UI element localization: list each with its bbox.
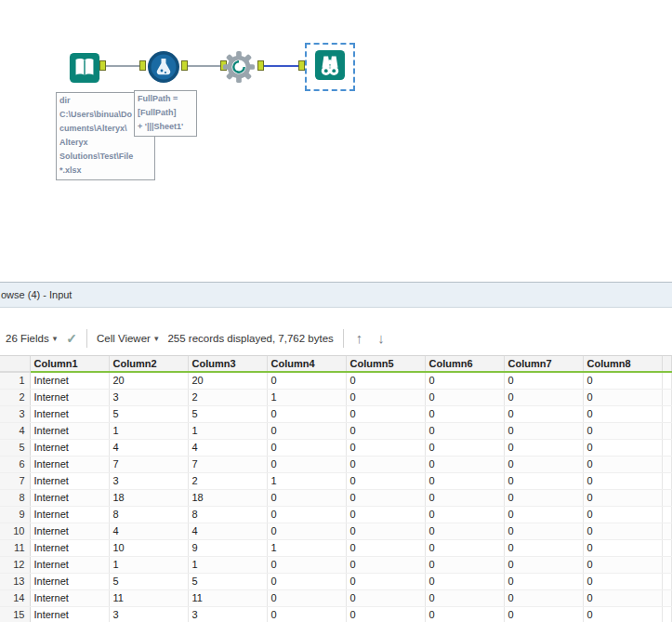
table-cell[interactable]: 0 [267, 573, 346, 589]
table-cell[interactable]: 11 [109, 589, 188, 606]
table-cell[interactable]: 0 [504, 523, 583, 539]
table-cell[interactable]: 0 [583, 389, 662, 405]
table-cell[interactable]: Internet [30, 606, 109, 622]
table-cell[interactable]: Internet [30, 405, 109, 422]
row-number[interactable]: 11 [0, 539, 30, 556]
table-cell[interactable]: 0 [425, 405, 504, 422]
table-cell[interactable]: 0 [504, 422, 583, 439]
row-number[interactable]: 7 [0, 472, 30, 489]
table-cell[interactable]: 7 [109, 456, 188, 472]
table-row[interactable]: 12Internet1100000 [0, 556, 672, 573]
formula-annotation[interactable]: FullPath = [FullPath] + '|||Sheet1' [134, 90, 197, 137]
table-cell[interactable]: 0 [583, 372, 662, 389]
table-cell[interactable]: 11 [188, 589, 267, 606]
table-cell[interactable]: 0 [583, 489, 662, 506]
table-cell[interactable]: 2 [188, 389, 267, 405]
table-row[interactable]: 11Internet10910000 [0, 539, 672, 556]
table-cell[interactable]: Internet [30, 422, 109, 439]
table-cell[interactable]: 0 [583, 405, 662, 422]
dynamic-input-output-anchor[interactable] [257, 60, 264, 71]
column-header[interactable]: Column2 [109, 356, 188, 372]
scroll-down-arrow-icon[interactable]: ↓ [375, 330, 388, 346]
table-cell[interactable]: 0 [346, 405, 425, 422]
table-cell[interactable]: 0 [583, 472, 662, 489]
column-header-partial[interactable] [662, 356, 672, 372]
table-cell[interactable]: 0 [504, 456, 583, 472]
table-cell[interactable]: Internet [30, 573, 109, 589]
table-row[interactable]: 8Internet181800000 [0, 489, 672, 506]
table-row[interactable]: 7Internet3210000 [0, 472, 672, 489]
directory-tool[interactable] [69, 52, 100, 87]
table-cell[interactable]: Internet [30, 456, 109, 472]
table-cell[interactable]: 0 [425, 573, 504, 589]
table-cell[interactable]: 0 [583, 556, 662, 573]
table-cell[interactable]: 0 [267, 489, 346, 506]
table-cell[interactable]: 0 [504, 489, 583, 506]
table-cell[interactable]: 0 [346, 556, 425, 573]
row-number[interactable]: 12 [0, 556, 30, 573]
table-cell[interactable]: 0 [425, 539, 504, 556]
column-header[interactable]: Column4 [267, 356, 346, 372]
table-cell[interactable]: 0 [346, 489, 425, 506]
table-cell[interactable]: 0 [346, 439, 425, 456]
row-number[interactable]: 15 [0, 606, 30, 622]
table-cell[interactable]: 0 [267, 506, 346, 523]
table-cell[interactable]: 0 [504, 405, 583, 422]
table-cell[interactable]: 3 [188, 606, 267, 622]
table-cell[interactable]: 0 [346, 606, 425, 622]
table-cell[interactable]: 0 [504, 606, 583, 622]
table-cell[interactable]: 0 [504, 439, 583, 456]
table-cell[interactable]: 4 [188, 523, 267, 539]
table-cell[interactable]: 10 [109, 539, 188, 556]
table-cell[interactable]: 0 [267, 589, 346, 606]
table-cell[interactable]: 0 [346, 539, 425, 556]
table-cell[interactable]: 0 [583, 456, 662, 472]
table-cell[interactable]: 18 [109, 489, 188, 506]
column-header[interactable]: Column6 [425, 356, 504, 372]
table-cell[interactable]: 8 [188, 506, 267, 523]
table-cell[interactable]: Internet [30, 589, 109, 606]
formula-output-anchor[interactable] [181, 60, 188, 71]
table-cell[interactable]: 0 [346, 589, 425, 606]
table-cell[interactable]: 0 [583, 439, 662, 456]
table-cell[interactable]: 0 [267, 439, 346, 456]
table-cell[interactable]: Internet [30, 472, 109, 489]
table-cell[interactable]: 0 [425, 589, 504, 606]
formula-tool[interactable] [147, 50, 180, 87]
table-cell[interactable]: Internet [30, 372, 109, 389]
table-cell[interactable]: 1 [267, 389, 346, 405]
table-cell[interactable]: Internet [30, 506, 109, 523]
table-row[interactable]: 4Internet1100000 [0, 422, 672, 439]
table-row[interactable]: 14Internet111100000 [0, 589, 672, 606]
table-cell[interactable]: 0 [267, 606, 346, 622]
table-cell[interactable]: 0 [425, 439, 504, 456]
table-cell[interactable]: Internet [30, 439, 109, 456]
table-cell[interactable]: 0 [267, 456, 346, 472]
table-cell[interactable]: 5 [188, 573, 267, 589]
column-header[interactable]: Column3 [188, 356, 267, 372]
table-cell[interactable]: 0 [504, 472, 583, 489]
table-cell[interactable]: Internet [30, 556, 109, 573]
table-cell[interactable]: 0 [267, 556, 346, 573]
apply-check-icon[interactable]: ✓ [66, 331, 77, 346]
table-cell[interactable]: 0 [346, 523, 425, 539]
table-cell[interactable]: 0 [267, 372, 346, 389]
table-cell[interactable]: 8 [109, 506, 188, 523]
browse-input-anchor[interactable] [298, 60, 305, 71]
table-cell[interactable]: 0 [346, 372, 425, 389]
table-cell[interactable]: 0 [504, 556, 583, 573]
table-cell[interactable]: 0 [425, 372, 504, 389]
table-cell[interactable]: 1 [188, 422, 267, 439]
row-number[interactable]: 3 [0, 405, 30, 422]
table-cell[interactable]: 9 [188, 539, 267, 556]
table-cell[interactable]: 1 [267, 472, 346, 489]
row-number[interactable]: 9 [0, 506, 30, 523]
row-number[interactable]: 6 [0, 456, 30, 472]
table-cell[interactable]: 0 [346, 389, 425, 405]
table-cell[interactable]: 0 [425, 606, 504, 622]
table-cell[interactable]: 20 [109, 372, 188, 389]
table-cell[interactable]: 2 [188, 472, 267, 489]
table-cell[interactable]: 0 [425, 506, 504, 523]
table-cell[interactable]: 0 [583, 606, 662, 622]
table-cell[interactable]: 0 [583, 589, 662, 606]
